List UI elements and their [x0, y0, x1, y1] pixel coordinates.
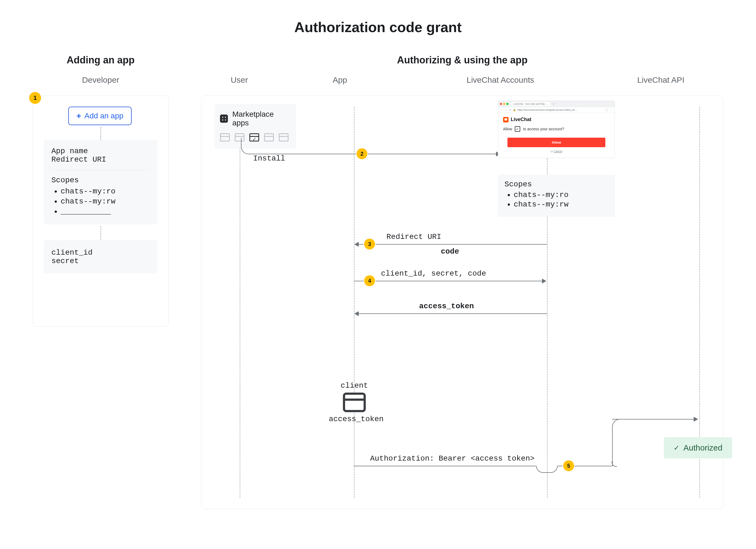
scope-item: chats--my:rw — [61, 197, 150, 206]
page-title: Authorization code grant — [33, 19, 723, 35]
livechat-brand: LiveChat — [511, 117, 531, 122]
client-label-top: client — [329, 382, 380, 390]
install-label: Install — [253, 154, 285, 163]
marketplace-title: Marketplace apps — [232, 110, 291, 127]
lane-accounts: LiveChat Accounts — [402, 75, 598, 85]
arrow-label-exchange: client_id, secret, code — [381, 269, 486, 278]
allow-text-pre: Allow — [503, 127, 512, 131]
window-dot-green-icon — [506, 103, 509, 105]
section-label-right: Authorizing & using the app — [201, 54, 723, 66]
app-tile-icon — [220, 133, 230, 141]
app-checkbox-icon: ✓ — [515, 126, 520, 132]
allow-button[interactable]: Allow — [507, 138, 606, 147]
arrow-label-bearer: Authorization: Bearer <access token> — [370, 454, 535, 463]
scope-item: chats--my:ro — [514, 191, 608, 199]
browser-url: https://accounts.livechat.com/grant-acce… — [518, 108, 604, 111]
client-icon — [343, 393, 366, 412]
nav-back-icon: ← — [500, 108, 503, 111]
flow-card: Marketplace apps Install 2 — [201, 95, 723, 509]
client-label-bottom: access_token — [329, 415, 380, 423]
app-name-field: App name — [51, 147, 150, 155]
scope-item: ___________ — [61, 207, 150, 216]
secret-field: secret — [51, 257, 150, 265]
arrow-left-icon — [354, 242, 359, 247]
section-label-left: Adding an app — [33, 54, 169, 66]
add-app-label: Add an app — [85, 111, 123, 120]
connector-install — [241, 138, 355, 154]
arrow-label-code: code — [441, 247, 459, 256]
accounts-scopes-title: Scopes — [504, 180, 608, 188]
client-id-field: client_id — [51, 248, 150, 257]
authorized-label: Authorized — [683, 443, 722, 452]
accounts-scopes-panel: Scopes chats--my:ro chats--my:rw — [498, 175, 615, 217]
cancel-pre: or — [551, 150, 553, 153]
step-badge-3: 3 — [364, 238, 375, 249]
authorized-badge: ✓ Authorized — [664, 437, 732, 458]
lane-developer: Developer — [33, 75, 169, 85]
window-dot-yellow-icon — [503, 103, 505, 105]
arrow-left-icon — [354, 311, 359, 316]
arrow-label-redirect: Redirect URI — [386, 232, 441, 241]
arrow-right-icon — [542, 279, 546, 284]
scopes-title: Scopes — [51, 176, 150, 184]
scope-item: chats--my:rw — [514, 200, 608, 209]
lane-line-app — [354, 107, 355, 498]
lane-app: App — [277, 75, 402, 85]
credentials-panel: client_id secret — [44, 240, 157, 273]
browser-mock: LiveChat – live chat and help … + ← → ⟳ … — [498, 101, 615, 158]
client-box: client access_token — [329, 382, 380, 423]
lane-line-user — [240, 107, 240, 498]
lane-user: User — [201, 75, 277, 85]
nav-fwd-icon: → — [505, 108, 507, 111]
arrow-label-access-token: access_token — [419, 302, 474, 311]
step-badge-4: 4 — [364, 275, 375, 286]
new-tab-icon: + — [553, 102, 554, 105]
allow-text-post: to access your account? — [523, 127, 564, 131]
redirect-uri-field: Redirect URI — [51, 155, 150, 164]
lane-api: LiveChat API — [598, 75, 723, 85]
browser-tab: LiveChat – live chat and help … — [511, 102, 550, 106]
check-icon: ✓ — [674, 444, 680, 452]
nav-reload-icon: ⟳ — [509, 108, 511, 111]
arrow-right-icon — [694, 417, 698, 422]
menu-dots-icon: ⋮ — [610, 108, 612, 111]
developer-card: 1 + Add an app App name Redirect URI Sco… — [33, 95, 169, 327]
scope-item: chats--my:ro — [61, 187, 150, 195]
window-dot-red-icon — [500, 103, 502, 105]
step-badge-5: 5 — [563, 460, 574, 471]
step-badge-1: 1 — [29, 92, 41, 104]
livechat-logo-icon — [503, 117, 509, 122]
lock-icon: 🔒 — [513, 108, 516, 111]
lane-line-accounts — [547, 107, 548, 498]
step-badge-2: 2 — [357, 148, 367, 159]
add-app-button[interactable]: + Add an app — [68, 107, 132, 125]
cancel-link[interactable]: Cancel — [554, 150, 562, 153]
grid-icon — [220, 114, 228, 123]
addr-extra-icon — [605, 108, 608, 111]
app-config-panel: App name Redirect URI Scopes chats--my:r… — [44, 140, 157, 224]
